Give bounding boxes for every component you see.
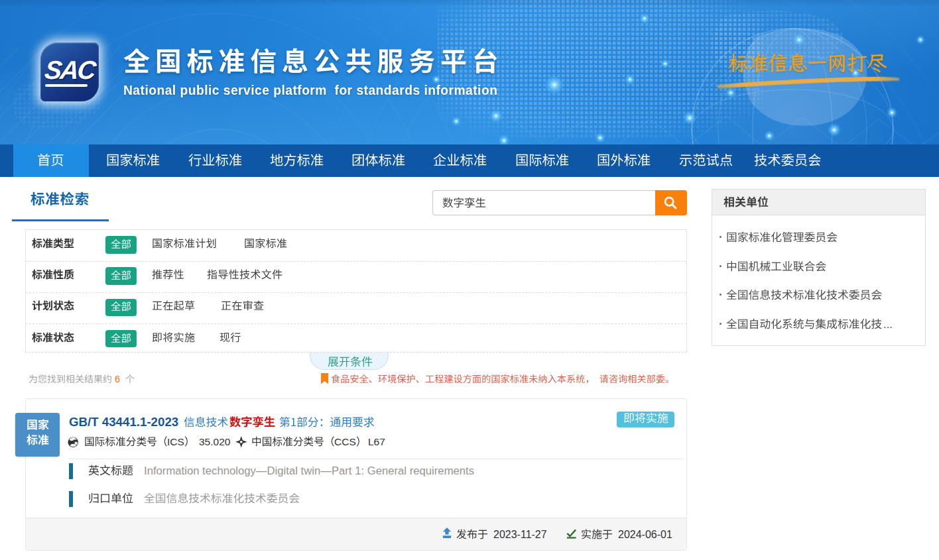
svg-text:ICS: ICS [167, 436, 184, 447]
svg-text:35.020: 35.020 [199, 436, 231, 447]
svg-text:2023-11-27: 2023-11-27 [493, 529, 547, 540]
svg-text:National public service platfo: National public service platform for sta… [123, 84, 497, 97]
svg-text:CCS: CCS [334, 436, 356, 447]
svg-text:...: ... [883, 318, 893, 331]
svg-text:GB/T 43441.1-2023: GB/T 43441.1-2023 [69, 415, 178, 429]
svg-text:2024-06-01: 2024-06-01 [618, 529, 672, 540]
svg-text:6: 6 [115, 374, 120, 384]
svg-text:Information technology—Digital: Information technology—Digital twin—Part… [144, 465, 474, 477]
svg-text:L67: L67 [368, 436, 385, 447]
